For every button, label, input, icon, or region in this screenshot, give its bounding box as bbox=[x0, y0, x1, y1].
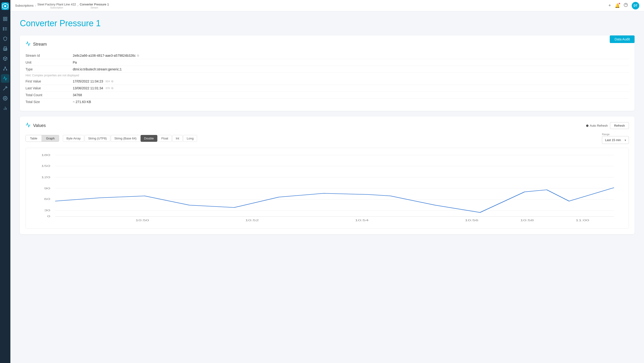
stream-id-value: 2e8c2a66-a106-4817-aae3-a579824b326c ⧉ bbox=[73, 54, 139, 58]
first-value-small: 924 bbox=[105, 80, 110, 83]
sidebar-item-print[interactable] bbox=[1, 45, 10, 53]
notification-badge-dot bbox=[618, 3, 620, 5]
svg-text:10:54: 10:54 bbox=[355, 219, 369, 222]
values-section-icon bbox=[26, 122, 31, 129]
notification-icon[interactable]: 🔔 bbox=[615, 3, 620, 8]
svg-text:60: 60 bbox=[44, 198, 50, 200]
help-icon[interactable] bbox=[624, 3, 628, 8]
total-size-row: Total Size ~ 271.63 KB bbox=[26, 99, 629, 105]
data-audit-button[interactable]: Data Audit bbox=[610, 36, 634, 43]
last-value-small: 370 bbox=[105, 87, 110, 90]
breadcrumb-arrow-1: › bbox=[35, 4, 36, 7]
svg-text:30: 30 bbox=[44, 209, 50, 212]
view-tab-group: Table Graph bbox=[26, 135, 59, 142]
page-title: Converter Pressure 1 bbox=[20, 19, 634, 28]
last-value-row: Last Value 13/06/2022 11:01:34 370 ⧉ bbox=[26, 85, 629, 92]
type-label: Type bbox=[26, 67, 73, 71]
svg-text:10:50: 10:50 bbox=[135, 219, 149, 222]
svg-text:120: 120 bbox=[41, 176, 50, 179]
refresh-button[interactable]: Refresh bbox=[610, 122, 629, 129]
hint-text: Hint: Complex properties are not display… bbox=[26, 73, 629, 78]
sidebar-item-tools[interactable] bbox=[1, 84, 10, 93]
tab-graph[interactable]: Graph bbox=[42, 135, 59, 142]
stream-id-label: Stream Id bbox=[26, 54, 73, 58]
first-value-copy-icon[interactable]: ⧉ bbox=[111, 80, 114, 83]
values-section-title: Values bbox=[33, 123, 46, 128]
values-toolbar-right: Range Last 15 min bbox=[602, 133, 629, 144]
values-section: Values Auto Refresh Refresh Table Graph bbox=[20, 117, 634, 234]
sidebar-item-shield[interactable] bbox=[1, 35, 10, 43]
svg-rect-13 bbox=[4, 47, 6, 49]
add-icon[interactable]: + bbox=[608, 3, 611, 8]
breadcrumb-plant-sub: Subscription bbox=[37, 7, 76, 9]
sidebar-item-dashboard[interactable] bbox=[1, 15, 10, 23]
values-controls-left: Values bbox=[26, 122, 46, 129]
type-float[interactable]: Float bbox=[158, 135, 172, 142]
svg-text:10:58: 10:58 bbox=[520, 219, 534, 222]
svg-point-18 bbox=[4, 70, 4, 70]
svg-text:90: 90 bbox=[44, 187, 50, 190]
total-count-row: Total Count 34768 bbox=[26, 92, 629, 99]
stream-section-header: Stream bbox=[26, 41, 629, 48]
svg-rect-3 bbox=[4, 17, 5, 19]
first-value-label: First Value bbox=[26, 79, 73, 83]
sidebar-item-analytics[interactable] bbox=[1, 104, 10, 113]
stream-id-copy-icon[interactable]: ⧉ bbox=[137, 54, 139, 57]
breadcrumb-plant[interactable]: Steel Factory Plant Line #22 bbox=[37, 3, 76, 6]
type-double[interactable]: Double bbox=[140, 135, 157, 142]
tab-table[interactable]: Table bbox=[26, 135, 42, 142]
topnav-actions: + 🔔 DT bbox=[608, 2, 639, 10]
unit-value: Pa bbox=[73, 61, 77, 64]
stream-id-row: Stream Id 2e8c2a66-a106-4817-aae3-a57982… bbox=[26, 52, 629, 59]
type-value: dtmi:io:tributech:stream:generic;1 bbox=[73, 67, 122, 71]
stream-section-icon bbox=[26, 41, 31, 48]
svg-point-12 bbox=[3, 30, 4, 31]
range-select[interactable]: Last 15 min bbox=[602, 136, 629, 144]
type-int[interactable]: Int bbox=[172, 135, 182, 142]
last-value-label: Last Value bbox=[26, 86, 73, 90]
total-count-label: Total Count bbox=[26, 93, 73, 97]
type-string-base64[interactable]: String (Base 64) bbox=[111, 135, 140, 142]
svg-point-11 bbox=[3, 29, 4, 29]
first-value-value: 17/05/2022 11:04:23 924 ⧉ bbox=[73, 79, 114, 83]
breadcrumb-stream-sub: Stream bbox=[80, 7, 109, 9]
sidebar-item-stream[interactable] bbox=[1, 74, 10, 83]
range-label: Range bbox=[602, 133, 629, 136]
chart-container: 0 30 60 90 120 150 180 10:50 10:52 10:54… bbox=[26, 148, 629, 228]
range-wrapper: Last 15 min bbox=[602, 136, 629, 144]
svg-point-10 bbox=[3, 28, 4, 28]
total-size-value: ~ 271.63 KB bbox=[73, 100, 91, 104]
type-string-utf8[interactable]: String (UTF8) bbox=[84, 135, 110, 142]
line-chart: 0 30 60 90 120 150 180 10:50 10:52 10:54… bbox=[30, 153, 624, 224]
stream-fields: Stream Id 2e8c2a66-a106-4817-aae3-a57982… bbox=[26, 52, 629, 105]
values-section-header: Values bbox=[26, 122, 46, 129]
svg-point-2 bbox=[4, 5, 6, 7]
svg-line-20 bbox=[4, 68, 5, 70]
user-avatar[interactable]: DT bbox=[632, 2, 639, 10]
sidebar-item-settings[interactable] bbox=[1, 94, 10, 103]
type-row: Type dtmi:io:tributech:stream:generic;1 bbox=[26, 66, 629, 73]
svg-text:180: 180 bbox=[41, 154, 50, 156]
svg-text:10:56: 10:56 bbox=[465, 219, 478, 222]
svg-rect-4 bbox=[6, 17, 7, 19]
type-byte-array[interactable]: Byte Array bbox=[63, 135, 84, 142]
breadcrumb-subscriptions[interactable]: Subscriptions bbox=[15, 4, 34, 7]
breadcrumb-arrow-2: › bbox=[77, 4, 78, 7]
svg-line-21 bbox=[5, 68, 6, 70]
sidebar-item-network[interactable] bbox=[1, 64, 10, 73]
svg-rect-15 bbox=[4, 49, 6, 50]
last-value-value: 13/06/2022 11:01:34 370 ⧉ bbox=[73, 86, 114, 90]
breadcrumb-plant-group[interactable]: Steel Factory Plant Line #22 Subscriptio… bbox=[37, 2, 76, 9]
type-button-group: Byte Array String (UTF8) String (Base 64… bbox=[63, 135, 197, 142]
main-area: Subscriptions › Steel Factory Plant Line… bbox=[10, 0, 644, 363]
sidebar-item-list[interactable] bbox=[1, 25, 10, 33]
type-long[interactable]: Long bbox=[183, 135, 197, 142]
svg-text:0: 0 bbox=[47, 215, 50, 218]
app-logo[interactable] bbox=[2, 2, 9, 10]
last-value-copy-icon[interactable]: ⧉ bbox=[111, 87, 114, 90]
sidebar-item-package[interactable] bbox=[1, 54, 10, 63]
auto-refresh-label: Auto Refresh bbox=[590, 124, 608, 127]
svg-text:150: 150 bbox=[41, 164, 50, 167]
sidebar bbox=[0, 0, 10, 363]
breadcrumb: Subscriptions › Steel Factory Plant Line… bbox=[15, 2, 606, 9]
